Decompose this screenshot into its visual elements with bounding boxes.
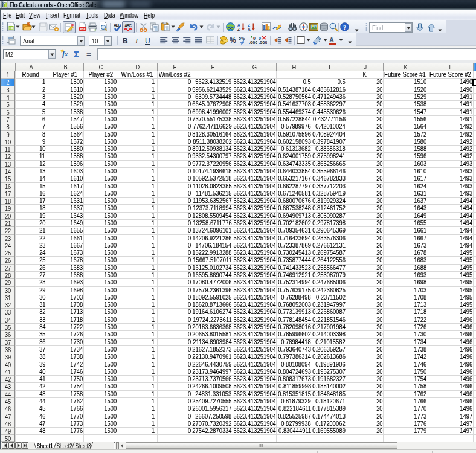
svg-text:?: ? bbox=[343, 24, 346, 31]
svg-text:A: A bbox=[237, 23, 240, 27]
svg-text:Z: Z bbox=[248, 23, 250, 27]
svg-text:.000: .000 bbox=[259, 40, 267, 45]
svg-text:A: A bbox=[329, 36, 334, 43]
svg-text:.000: .000 bbox=[249, 40, 257, 45]
svg-text:A: A bbox=[248, 27, 251, 31]
svg-text:5%: 5% bbox=[239, 36, 245, 40]
svg-text:PDF: PDF bbox=[80, 28, 86, 31]
svg-text:%: % bbox=[230, 36, 236, 45]
svg-text:Z: Z bbox=[237, 27, 240, 31]
svg-text:ABC: ABC bbox=[124, 24, 132, 28]
